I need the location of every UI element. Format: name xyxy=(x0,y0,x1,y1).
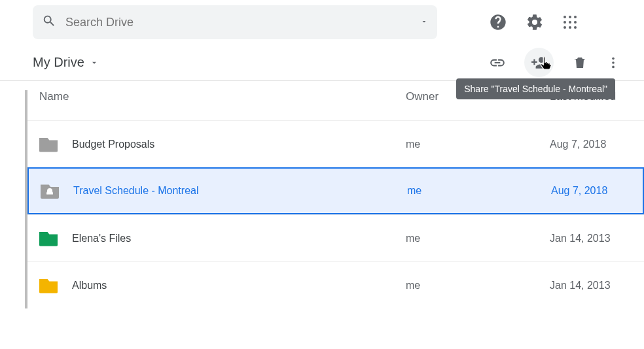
svg-point-9 xyxy=(612,57,615,59)
file-modified: Jan 14, 2013 xyxy=(550,280,644,291)
file-owner: me xyxy=(406,139,550,150)
share-tooltip: Share "Travel Schedule - Montreal" xyxy=(456,78,615,99)
svg-point-5 xyxy=(574,21,577,24)
file-name-cell: Elena's Files xyxy=(39,231,406,246)
get-link-icon[interactable] xyxy=(489,54,506,71)
file-name-cell: Budget Proposals xyxy=(39,137,406,152)
folder-icon xyxy=(39,231,58,246)
file-list: Name Owner Last modified Budget Proposal… xyxy=(25,90,644,308)
file-modified: Aug 7, 2018 xyxy=(550,139,644,150)
search-filter-caret-icon[interactable] xyxy=(420,16,428,28)
share-button[interactable] xyxy=(524,48,554,77)
shared-folder-icon xyxy=(41,183,59,199)
file-owner: me xyxy=(407,185,551,197)
person-add-icon xyxy=(531,54,548,71)
file-name: Albums xyxy=(72,280,107,291)
action-bar xyxy=(489,48,620,77)
delete-icon[interactable] xyxy=(572,55,588,71)
table-row[interactable]: Travel Schedule - Montreal me Aug 7, 201… xyxy=(27,167,644,214)
file-name: Budget Proposals xyxy=(72,139,154,150)
search-placeholder: Search Drive xyxy=(65,16,411,29)
svg-point-7 xyxy=(569,26,571,29)
file-name-cell: Travel Schedule - Montreal xyxy=(41,183,407,199)
table-row[interactable]: Albums me Jan 14, 2013 xyxy=(27,261,644,308)
breadcrumb[interactable]: My Drive xyxy=(33,55,99,70)
svg-point-1 xyxy=(569,16,571,18)
svg-point-8 xyxy=(574,26,577,29)
chevron-down-icon xyxy=(90,58,99,67)
sub-bar: My Drive Share "Travel Schedule - Montre… xyxy=(0,44,644,81)
file-name: Travel Schedule - Montreal xyxy=(73,185,199,197)
file-name: Elena's Files xyxy=(72,233,131,244)
file-name-cell: Albums xyxy=(39,278,406,293)
svg-point-10 xyxy=(612,61,615,64)
top-icons xyxy=(489,13,583,31)
svg-point-6 xyxy=(564,26,566,29)
file-owner: me xyxy=(406,233,550,244)
help-icon[interactable] xyxy=(489,13,507,31)
search-icon xyxy=(42,14,56,31)
svg-point-11 xyxy=(612,65,615,68)
topbar: Search Drive xyxy=(0,0,644,44)
file-modified: Jan 14, 2013 xyxy=(550,233,644,244)
folder-icon xyxy=(39,278,58,293)
table-row[interactable]: Elena's Files me Jan 14, 2013 xyxy=(27,214,644,261)
column-name[interactable]: Name xyxy=(39,90,406,103)
svg-point-4 xyxy=(569,21,571,24)
table-row[interactable]: Budget Proposals me Aug 7, 2018 xyxy=(27,120,644,167)
apps-grid-icon[interactable] xyxy=(562,14,578,30)
file-owner: me xyxy=(406,280,550,291)
svg-point-2 xyxy=(574,16,577,18)
file-modified: Aug 7, 2018 xyxy=(551,185,643,197)
more-icon[interactable] xyxy=(606,56,620,70)
breadcrumb-title: My Drive xyxy=(33,55,84,70)
folder-icon xyxy=(39,137,58,152)
search-box[interactable]: Search Drive xyxy=(33,5,437,39)
settings-icon[interactable] xyxy=(526,13,544,31)
svg-point-0 xyxy=(564,16,566,18)
svg-point-3 xyxy=(564,21,566,24)
